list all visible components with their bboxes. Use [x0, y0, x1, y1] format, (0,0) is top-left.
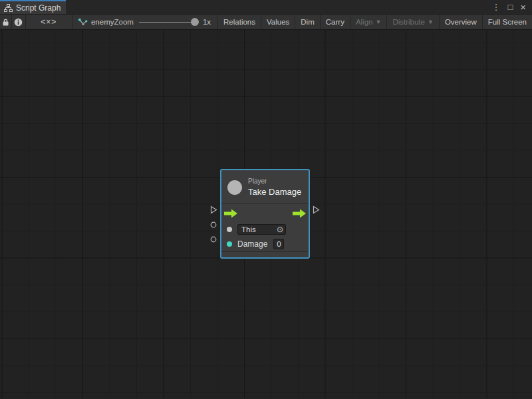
- info-button[interactable]: [12, 15, 26, 29]
- unit-node[interactable]: Player Take Damage This ⊙: [220, 169, 310, 259]
- graph-asset-icon: [78, 18, 88, 27]
- this-port-dot[interactable]: [227, 227, 232, 232]
- relations-label: Relations: [223, 18, 255, 26]
- damage-value-field[interactable]: 0: [273, 239, 284, 249]
- info-icon: [14, 18, 23, 27]
- align-label: Align: [356, 18, 373, 26]
- graph-name: enemy: [91, 18, 114, 26]
- toolbar: <×> enemy Zoom 1x Relations Values Dim: [0, 14, 532, 30]
- values-label: Values: [267, 18, 289, 26]
- relations-button[interactable]: Relations: [218, 15, 261, 29]
- align-dropdown[interactable]: Align ▼: [350, 15, 388, 29]
- chevron-down-icon: ▼: [428, 19, 434, 25]
- tab-script-graph[interactable]: Script Graph: [0, 0, 66, 14]
- flow-output-port[interactable]: [313, 205, 320, 214]
- flow-input-port[interactable]: [210, 205, 217, 214]
- object-picker-icon[interactable]: ⊙: [277, 225, 283, 233]
- carry-label: Carry: [326, 18, 344, 26]
- damage-value-port[interactable]: [210, 236, 217, 243]
- code-view-toggle[interactable]: <×>: [26, 15, 72, 29]
- close-icon[interactable]: ×: [520, 2, 526, 12]
- zoom-slider-handle[interactable]: [191, 18, 199, 26]
- flow-row: [221, 204, 309, 222]
- toolbar-middle: enemy Zoom 1x: [72, 15, 218, 29]
- lock-icon: [2, 18, 9, 26]
- damage-row: Damage 0: [221, 237, 309, 251]
- node-footer: [221, 251, 309, 257]
- script-graph-icon: [4, 4, 13, 12]
- full-screen-button[interactable]: Full Screen: [483, 15, 532, 29]
- flow-in-arrow-icon[interactable]: [224, 209, 238, 218]
- node-take-damage[interactable]: Player Take Damage This ⊙: [220, 169, 310, 259]
- carry-button[interactable]: Carry: [321, 15, 350, 29]
- graph-canvas[interactable]: Player Take Damage This ⊙: [0, 30, 532, 398]
- maximize-icon[interactable]: □: [507, 3, 513, 11]
- overview-button[interactable]: Overview: [440, 15, 483, 29]
- zoom-value: 1x: [203, 18, 211, 26]
- zoom-label: Zoom: [114, 18, 133, 26]
- zoom-slider[interactable]: [139, 18, 198, 26]
- lock-button[interactable]: [0, 15, 12, 29]
- node-header[interactable]: Player Take Damage: [221, 170, 309, 203]
- this-value-port[interactable]: [210, 221, 217, 228]
- this-field-value: This: [241, 225, 256, 233]
- code-icon: <×>: [41, 17, 57, 27]
- node-title: Take Damage: [248, 187, 301, 197]
- values-button[interactable]: Values: [261, 15, 295, 29]
- zoom-slider-track: [139, 22, 198, 23]
- titlebar: Script Graph ⋮ □ ×: [0, 0, 532, 14]
- damage-port-dot[interactable]: [227, 241, 232, 247]
- overview-label: Overview: [445, 18, 477, 26]
- unit-icon: [227, 180, 242, 195]
- damage-value: 0: [277, 240, 281, 248]
- distribute-label: Distribute: [392, 18, 425, 26]
- node-subtitle: Player: [248, 178, 301, 185]
- graph-reference[interactable]: enemy: [78, 18, 114, 27]
- full-screen-label: Full Screen: [488, 18, 527, 26]
- chevron-down-icon: ▼: [375, 19, 381, 25]
- dim-label: Dim: [301, 18, 314, 26]
- damage-label: Damage: [237, 239, 267, 249]
- flow-out-arrow-icon[interactable]: [293, 209, 307, 218]
- kebab-menu-icon[interactable]: ⋮: [491, 3, 500, 11]
- this-object-field[interactable]: This ⊙: [237, 224, 286, 235]
- zoom-control: Zoom 1x: [114, 18, 211, 26]
- this-row: This ⊙: [221, 222, 309, 237]
- tab-label: Script Graph: [16, 3, 61, 13]
- dim-button[interactable]: Dim: [295, 15, 320, 29]
- distribute-dropdown[interactable]: Distribute ▼: [387, 15, 440, 29]
